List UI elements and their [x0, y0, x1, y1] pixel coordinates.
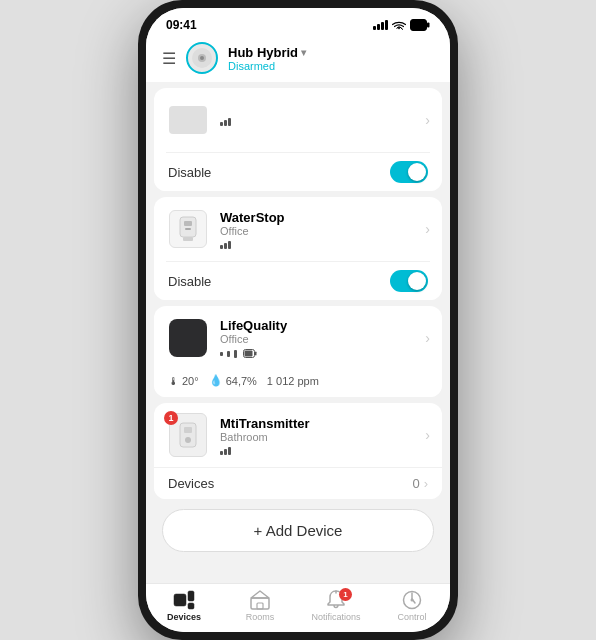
- device-room-transmitter: Bathroom: [220, 431, 415, 443]
- toggle-thumb-waterstop: [408, 272, 426, 290]
- chevron-devices-icon: ›: [424, 476, 428, 491]
- device-card-transmitter: 1 MtiTransmitter Bathroom: [154, 403, 442, 499]
- chevron-down-icon: ▾: [301, 47, 306, 58]
- stat-humidity: 💧 64,7%: [209, 374, 257, 387]
- device-name-lifequality: LifeQuality: [220, 318, 415, 333]
- temp-icon: 🌡: [168, 375, 179, 387]
- devices-tab-icon: [173, 590, 195, 610]
- tab-control[interactable]: Control: [374, 590, 450, 622]
- device-body-lifequality: LifeQuality Office: [220, 318, 415, 358]
- tab-rooms-label: Rooms: [246, 612, 275, 622]
- disable-row-hub: Disable: [154, 153, 442, 191]
- signal-icon: [373, 20, 388, 30]
- device-body-transmitter: MtiTransmitter Bathroom: [220, 416, 415, 455]
- device-row-hub[interactable]: ›: [154, 88, 442, 152]
- stats-row-lifequality: 🌡 20° 💧 64,7% 1 012 ppm: [154, 370, 442, 397]
- stat-temp: 🌡 20°: [168, 375, 199, 387]
- tab-bar: Devices Rooms 1 Notifications: [146, 583, 450, 632]
- notification-badge: 1: [339, 588, 352, 601]
- hub-status: Disarmed: [228, 60, 434, 72]
- badge-transmitter: 1: [164, 411, 178, 425]
- device-body-hub: [220, 114, 415, 126]
- tab-control-label: Control: [397, 612, 426, 622]
- device-room-waterstop: Office: [220, 225, 415, 237]
- hub-info: Hub Hybrid ▾ Disarmed: [228, 45, 434, 72]
- svg-point-24: [411, 599, 414, 602]
- battery-small-icon: [243, 349, 257, 358]
- device-row-waterstop[interactable]: WaterStop Office ›: [154, 197, 442, 261]
- stat-co2: 1 012 ppm: [267, 375, 319, 387]
- disable-row-waterstop: Disable: [154, 262, 442, 300]
- device-card-lifequality: LifeQuality Office: [154, 306, 442, 397]
- svg-point-14: [185, 437, 191, 443]
- co2-value: 1 012 ppm: [267, 375, 319, 387]
- chevron-icon-waterstop: ›: [425, 221, 430, 237]
- device-room-lifequality: Office: [220, 333, 415, 345]
- device-card-waterstop: WaterStop Office › Disable: [154, 197, 442, 300]
- control-tab-icon: [402, 590, 422, 610]
- svg-rect-1: [427, 23, 430, 28]
- device-row-transmitter[interactable]: 1 MtiTransmitter Bathroom: [154, 403, 442, 467]
- tab-devices[interactable]: Devices: [146, 590, 222, 622]
- waterstop-svg: [176, 215, 200, 243]
- disable-label-hub: Disable: [168, 165, 211, 180]
- tab-devices-label: Devices: [167, 612, 201, 622]
- header: ☰ Hub Hybrid ▾ Disarmed: [146, 36, 450, 82]
- svg-rect-16: [188, 591, 194, 601]
- svg-rect-12: [180, 423, 196, 447]
- wifi-icon: [392, 20, 406, 31]
- battery-icon: [410, 19, 430, 31]
- device-name-waterstop: WaterStop: [220, 210, 415, 225]
- device-row-lifequality[interactable]: LifeQuality Office: [154, 306, 442, 370]
- device-signal-transmitter: [220, 447, 415, 455]
- tab-notifications-label: Notifications: [311, 612, 360, 622]
- svg-rect-13: [184, 427, 192, 433]
- devices-count-label: Devices: [168, 476, 214, 491]
- hub-avatar: [186, 42, 218, 74]
- devices-count-row[interactable]: Devices 0 ›: [154, 467, 442, 499]
- svg-rect-15: [174, 594, 186, 606]
- add-device-button[interactable]: + Add Device: [162, 509, 434, 552]
- svg-point-4: [200, 56, 204, 60]
- transmitter-svg: [178, 421, 198, 449]
- add-device-container: + Add Device: [146, 499, 450, 560]
- menu-icon[interactable]: ☰: [162, 49, 176, 68]
- tab-notifications[interactable]: 1 Notifications: [298, 590, 374, 622]
- svg-rect-0: [411, 20, 427, 31]
- phone-frame: 09:41: [138, 0, 458, 640]
- device-body-waterstop: WaterStop Office: [220, 210, 415, 249]
- hub-name[interactable]: Hub Hybrid ▾: [228, 45, 434, 60]
- toggle-hub[interactable]: [390, 161, 428, 183]
- status-bar: 09:41: [146, 8, 450, 36]
- content-area: › Disable: [146, 82, 450, 583]
- humidity-icon: 💧: [209, 374, 223, 387]
- svg-rect-6: [184, 221, 192, 226]
- tab-rooms[interactable]: Rooms: [222, 590, 298, 622]
- rooms-tab-icon: [250, 590, 270, 610]
- chevron-icon-lifequality: ›: [425, 330, 430, 346]
- device-image-lifequality: [166, 316, 210, 360]
- device-card-hub: › Disable: [154, 88, 442, 191]
- devices-count-value: 0 ›: [412, 476, 428, 491]
- toggle-thumb-hub: [408, 163, 426, 181]
- svg-rect-10: [245, 351, 253, 357]
- status-icons: [373, 19, 430, 31]
- status-time: 09:41: [166, 18, 197, 32]
- device-image-waterstop: [166, 207, 210, 251]
- svg-rect-19: [257, 603, 263, 609]
- device-signal-hub: [220, 118, 415, 126]
- svg-rect-11: [255, 352, 257, 356]
- svg-rect-17: [188, 603, 194, 609]
- device-name-transmitter: MtiTransmitter: [220, 416, 415, 431]
- phone-screen: 09:41: [146, 8, 450, 632]
- svg-rect-5: [180, 217, 196, 237]
- chevron-icon-hub: ›: [425, 112, 430, 128]
- device-signal-waterstop: [220, 241, 415, 249]
- svg-rect-7: [185, 228, 191, 230]
- humidity-value: 64,7%: [226, 375, 257, 387]
- svg-rect-8: [183, 237, 193, 241]
- disable-label-waterstop: Disable: [168, 274, 211, 289]
- toggle-waterstop[interactable]: [390, 270, 428, 292]
- temp-value: 20°: [182, 375, 199, 387]
- device-signal-lifequality: [220, 349, 415, 358]
